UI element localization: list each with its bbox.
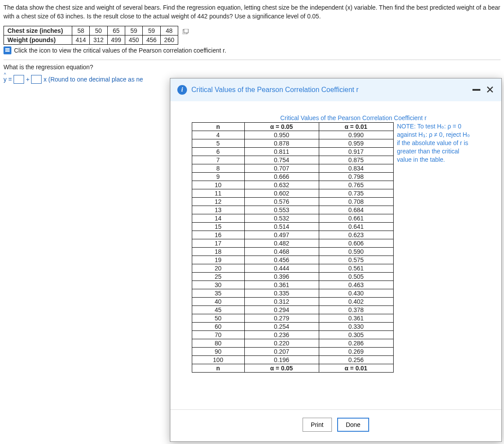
x-suffix-text: x (Round to one decimal place as ne — [43, 76, 143, 83]
chest-2: 65 — [107, 26, 125, 36]
plus-sign: + — [26, 76, 29, 83]
weight-5: 260 — [160, 36, 178, 45]
question-text: What is the regression equation? — [4, 64, 500, 71]
weight-2: 499 — [107, 36, 125, 45]
equals-sign: = — [8, 76, 12, 83]
chest-4: 59 — [143, 26, 160, 36]
document-icon[interactable] — [4, 46, 11, 54]
intercept-input[interactable] — [14, 75, 24, 84]
dialog-title: Critical Values of the Pearson Correlati… — [191, 86, 468, 87]
dialog-header: i Critical Values of the Pearson Correla… — [170, 78, 501, 87]
svg-rect-1 — [184, 29, 188, 33]
info-icon: i — [177, 85, 187, 87]
copy-icon[interactable] — [183, 28, 189, 34]
weight-1: 312 — [90, 36, 107, 45]
chest-1: 50 — [90, 26, 107, 36]
critical-values-dialog: i Critical Values of the Pearson Correla… — [170, 78, 502, 87]
close-button[interactable]: ✕ — [486, 85, 494, 87]
data-table: Chest size (inches) 58 50 65 59 59 48 We… — [4, 26, 193, 45]
row-header-chest: Chest size (inches) — [4, 26, 72, 36]
y-hat-label: y — [4, 76, 7, 83]
weight-3: 450 — [125, 36, 142, 45]
chest-3: 59 — [125, 26, 142, 36]
chest-0: 58 — [72, 26, 89, 36]
problem-text: The data show the chest size and weight … — [4, 4, 500, 21]
weight-0: 414 — [72, 36, 89, 45]
slope-input[interactable] — [31, 75, 42, 84]
chest-5: 48 — [160, 26, 178, 36]
weight-4: 456 — [143, 36, 160, 45]
critical-values-link[interactable]: Click the icon to view the critical valu… — [14, 47, 226, 54]
row-header-weight: Weight (pounds) — [4, 36, 72, 45]
